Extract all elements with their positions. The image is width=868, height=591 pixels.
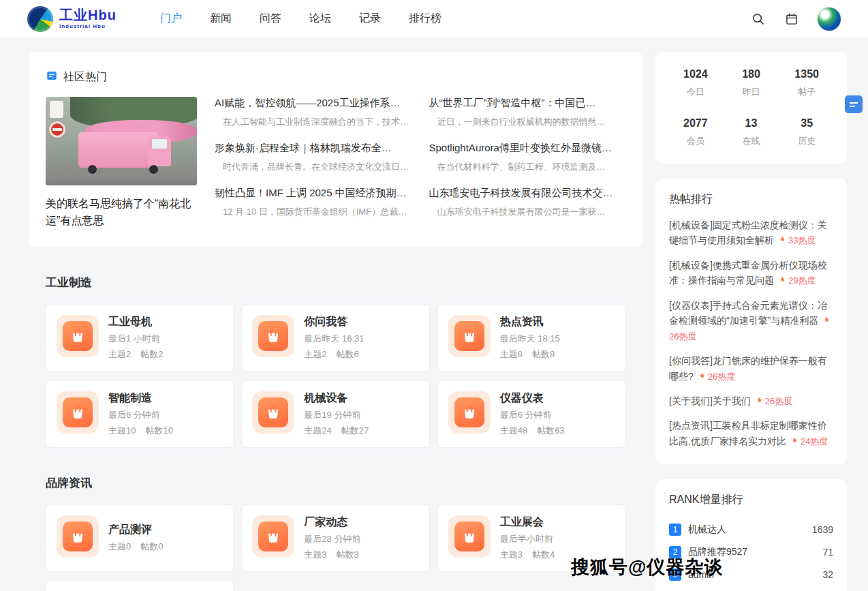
forum-posts: 帖数8	[532, 348, 555, 361]
news-title: 从“世界工厂”到“智造中枢”：中国已…	[429, 97, 626, 110]
forum-name: 你问我答	[304, 315, 364, 329]
image-road	[46, 175, 197, 185]
section-title-brand: 品牌资讯	[46, 475, 642, 491]
image-truck-wheel	[149, 165, 158, 174]
forum-topics: 主题0	[108, 541, 131, 553]
stat-label: 帖子	[779, 86, 835, 98]
forum-last-post: 最后6 分钟前	[500, 409, 565, 421]
stat-value: 35	[779, 117, 835, 130]
rank-score: 32	[822, 569, 833, 580]
forum-name: 产品测评	[108, 523, 163, 537]
stat-label: 历史	[779, 135, 835, 147]
nav-item-qa[interactable]: 问答	[260, 12, 281, 26]
featured-post-title[interactable]: 美的联名马思纯搞了个“南花北运”有点意思	[46, 196, 197, 230]
logo-icon	[27, 6, 53, 32]
news-item[interactable]: SpotlightAurora傅里叶变换红外显微镜… 在当代材料科学、制药工程、…	[429, 142, 626, 173]
nav-item-forum[interactable]: 论坛	[309, 12, 331, 26]
forum-bag-icon	[252, 391, 294, 434]
forum-card[interactable]: 智能制造 最后6 分钟前 主题10 帖数10	[46, 380, 234, 448]
forum-stats: 主题24 帖数27	[304, 425, 369, 437]
rank-number: 1	[669, 524, 681, 536]
hot-section-icon	[46, 70, 58, 85]
news-item[interactable]: 山东瑶安电子科技发展有限公司技术交… 山东瑶安电子科技发展有限公司是一家获…	[429, 187, 626, 218]
forum-name: 仪器仪表	[500, 391, 565, 406]
news-item[interactable]: 韧性凸显！IMF 上调 2025 中国经济预期… 12 月 10 日，国际货币基…	[215, 187, 412, 218]
forum-card[interactable]: 机械设备 最后19 分钟前 主题24 帖数27	[241, 380, 429, 448]
nav-item-news[interactable]: 新闻	[210, 12, 232, 26]
forum-grid-brand: 产品测评 主题0 帖数0 厂家动态 最后28 分钟前 主题3	[46, 504, 625, 591]
stat-history: 35 历史	[779, 117, 835, 147]
nav-item-portal[interactable]: 门户	[160, 12, 182, 26]
news-title: 山东瑶安电子科技发展有限公司技术交…	[429, 187, 626, 200]
hot-post-text: [你问我答]龙门铣床的维护保养一般有哪些?	[669, 355, 827, 381]
hot-post-item[interactable]: [仪器仪表]手持式合金元素光谱仪：冶金检测领域的“加速引擎”与精准利器26热度	[669, 298, 833, 345]
hot-card-header: 社区热门	[46, 70, 625, 85]
site-logo[interactable]: 工业Hbu Industrial Hbu	[27, 6, 117, 32]
forum-posts: 帖数6	[337, 348, 359, 361]
forum-stats: 主题8 帖数8	[500, 348, 560, 361]
stat-yesterday: 180 昨日	[724, 68, 779, 98]
forum-stats: 主题2 帖数2	[108, 348, 163, 361]
rank-score: 71	[822, 547, 833, 558]
community-hot-card: 社区热门	[29, 52, 642, 247]
news-title: 形象焕新·启程全球｜格林凯瑞发布全…	[215, 142, 412, 155]
image-street-sign	[50, 101, 63, 118]
hot-post-heat: 26热度	[669, 331, 696, 342]
forum-posts: 帖数4	[532, 549, 555, 561]
forum-topics: 主题10	[108, 425, 136, 437]
news-title: SpotlightAurora傅里叶变换红外显微镜…	[429, 142, 626, 155]
flame-icon	[698, 369, 706, 384]
stat-value: 1350	[779, 68, 835, 80]
rank-row[interactable]: 4 fandougarden 26	[669, 586, 833, 591]
forum-card[interactable]: 工业母机 最后1 小时前 主题2 帖数2	[46, 304, 234, 372]
forum-topics: 主题2	[108, 348, 131, 361]
forum-card[interactable]: 厂家动态 最后28 分钟前 主题3 帖数3	[241, 504, 429, 572]
forum-last-post: 最后1 小时前	[108, 333, 163, 345]
forum-card[interactable]: 品牌工厂 主题0 帖数0	[46, 581, 234, 591]
hot-post-item[interactable]: [关于我们]关于我们26热度	[669, 393, 833, 409]
news-title: AI赋能，智控领航——2025工业操作系…	[215, 97, 412, 110]
forum-stats: 主题2 帖数6	[304, 348, 364, 361]
stat-value: 2077	[668, 117, 724, 130]
logo-subtitle: Industrial Hbu	[59, 24, 117, 29]
rank-row[interactable]: 1 机械达人 1639	[669, 518, 833, 541]
forum-card[interactable]: 产品测评 主题0 帖数0	[46, 504, 234, 572]
forum-bag-icon	[57, 515, 99, 558]
flame-icon	[778, 233, 786, 248]
news-item[interactable]: 从“世界工厂”到“智造中枢”：中国已… 近日，一则来自行业权威机构的数据悄然…	[429, 97, 626, 128]
forum-topics: 主题8	[500, 348, 523, 361]
floating-signin-button[interactable]	[845, 95, 863, 113]
stat-label: 今日	[668, 86, 724, 98]
nav-item-records[interactable]: 记录	[359, 12, 381, 26]
forum-card[interactable]: 你问我答 最后昨天 16:31 主题2 帖数6	[241, 304, 429, 372]
search-icon[interactable]	[749, 11, 766, 27]
navbar-right	[749, 7, 841, 31]
news-item[interactable]: 形象焕新·启程全球｜格林凯瑞发布全… 时代奔涌，品牌长青。在全球经济文化交流日…	[215, 142, 412, 173]
hot-post-item[interactable]: [热点资讯]工装检具非标定制哪家性价比高,优质厂家排名实力对比24热度	[669, 418, 833, 449]
hot-post-item[interactable]: [机械设备]固定式粉尘浓度检测仪：关键细节与使用须知全解析33热度	[669, 217, 833, 249]
stat-today: 1024 今日	[668, 68, 724, 98]
logo-text: 工业Hbu Industrial Hbu	[59, 8, 117, 29]
forum-last-post: 最后昨天 18:15	[500, 333, 560, 345]
nav-item-ranking[interactable]: 排行榜	[409, 12, 441, 26]
forum-card[interactable]: 热点资讯 最后昨天 18:15 主题8 帖数8	[437, 304, 625, 372]
hot-post-item[interactable]: [机械设备]便携式重金属分析仪现场校准：操作指南与常见问题29热度	[669, 258, 833, 289]
forum-bag-icon	[252, 515, 294, 558]
news-item[interactable]: AI赋能，智控领航——2025工业操作系… 在人工智能与工业制造深度融合的当下，…	[215, 97, 412, 128]
forum-grid-industry: 工业母机 最后1 小时前 主题2 帖数2 你问我答 最后昨天 16:31	[46, 304, 625, 448]
featured-post-image[interactable]	[46, 97, 197, 185]
main-nav: 门户 新闻 问答 论坛 记录 排行榜	[160, 12, 441, 26]
forum-topics: 主题24	[304, 425, 331, 437]
hot-post-heat: 33热度	[788, 235, 816, 245]
page: 工业Hbu Industrial Hbu 门户 新闻 问答 论坛 记录 排行榜	[0, 0, 868, 591]
forum-name: 热点资讯	[500, 315, 560, 329]
calendar-icon[interactable]	[784, 11, 800, 27]
rank-user: 机械达人	[688, 524, 812, 536]
hot-post-item[interactable]: [你问我答]龙门铣床的维护保养一般有哪些?26热度	[669, 353, 833, 384]
hot-posts-card: 热帖排行 [机械设备]固定式粉尘浓度检测仪：关键细节与使用须知全解析33热度 […	[655, 179, 847, 464]
forum-card[interactable]: 仪器仪表 最后6 分钟前 主题48 帖数63	[437, 380, 625, 448]
rank-title: RANK增量排行	[669, 493, 833, 507]
hot-post-text: [仪器仪表]手持式合金元素光谱仪：冶金检测领域的“加速引擎”与精准利器	[669, 300, 827, 326]
watermark: 搜狐号@仪器杂谈	[571, 555, 723, 579]
user-avatar[interactable]	[818, 7, 841, 31]
